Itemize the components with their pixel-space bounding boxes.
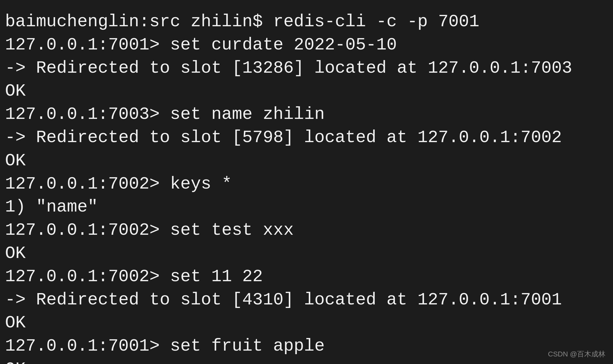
terminal-line-line14: OK <box>5 311 608 334</box>
terminal-line-line4: OK <box>5 80 608 103</box>
terminal-line-line5: 127.0.0.1:7003> set name zhilin <box>5 103 608 126</box>
terminal-output: baimuchenglin:src zhilin$ redis-cli -c -… <box>5 10 608 364</box>
terminal-line-line12: 127.0.0.1:7002> set 11 22 <box>5 265 608 288</box>
terminal-line-line15: 127.0.0.1:7001> set fruit apple <box>5 334 608 358</box>
terminal-line-line11: OK <box>5 242 608 265</box>
terminal-line-line1: baimuchenglin:src zhilin$ redis-cli -c -… <box>5 10 608 33</box>
terminal-line-line3: -> Redirected to slot [13286] located at… <box>5 57 608 80</box>
terminal-line-line16: OK <box>5 358 608 364</box>
terminal-line-line6: -> Redirected to slot [5798] located at … <box>5 126 608 149</box>
terminal-line-line7: OK <box>5 149 608 172</box>
terminal-window: baimuchenglin:src zhilin$ redis-cli -c -… <box>0 0 613 364</box>
watermark: CSDN @百木成林 <box>548 349 605 359</box>
terminal-line-line9: 1) "name" <box>5 195 608 219</box>
terminal-line-line13: -> Redirected to slot [4310] located at … <box>5 288 608 311</box>
terminal-line-line2: 127.0.0.1:7001> set curdate 2022-05-10 <box>5 33 608 57</box>
terminal-line-line10: 127.0.0.1:7002> set test xxx <box>5 219 608 242</box>
terminal-line-line8: 127.0.0.1:7002> keys * <box>5 172 608 196</box>
